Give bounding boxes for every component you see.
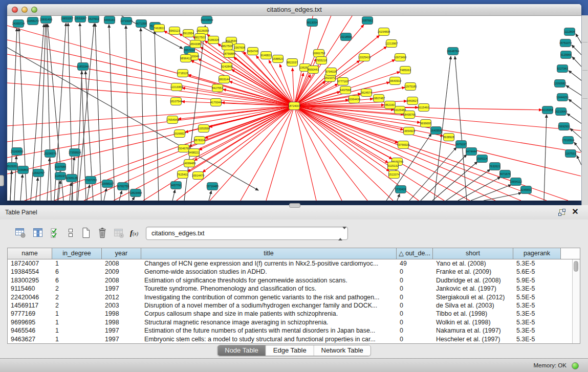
graph-node[interactable]: 24355724: [12, 20, 25, 28]
graph-node[interactable]: 12975185: [404, 83, 417, 91]
graph-edge[interactable]: [68, 23, 73, 201]
graph-node[interactable]: 2522074: [388, 171, 399, 179]
tab-network-table[interactable]: Network Table: [314, 345, 371, 356]
graph-node[interactable]: 18724007: [288, 102, 300, 110]
graph-edge[interactable]: [566, 85, 581, 96]
graph-edge[interactable]: [172, 190, 175, 201]
graph-node[interactable]: 862160: [385, 101, 396, 109]
graph-node[interactable]: 17654943: [166, 116, 179, 124]
graph-node[interactable]: 12942757: [32, 169, 45, 177]
graph-node[interactable]: 9827508: [222, 42, 232, 50]
graph-node[interactable]: 9699695: [420, 120, 431, 127]
graph-node[interactable]: 9115460: [418, 104, 429, 112]
graph-node[interactable]: 16648784: [447, 48, 459, 55]
graph-node[interactable]: 1527602: [88, 15, 99, 23]
graph-node[interactable]: 9197588: [55, 163, 66, 171]
graph-node[interactable]: 14099489: [183, 160, 195, 167]
graph-node[interactable]: 16782759: [117, 183, 129, 190]
graph-node[interactable]: 16640910: [389, 77, 401, 85]
graph-node[interactable]: 16033809: [201, 16, 213, 24]
graph-edge[interactable]: [576, 34, 581, 44]
graph-node[interactable]: 15716485: [206, 183, 219, 190]
graph-edge[interactable]: [455, 56, 467, 201]
graph-node[interactable]: 17016504: [562, 137, 574, 144]
graph-edge[interactable]: [10, 28, 17, 201]
graph-edge[interactable]: [577, 156, 581, 166]
graph-node[interactable]: 10973493: [394, 54, 406, 61]
graph-edge[interactable]: [7, 83, 294, 106]
graph-node[interactable]: 20206576: [44, 150, 56, 158]
graph-node[interactable]: 12444151: [556, 94, 569, 101]
graph-edge[interactable]: [569, 99, 581, 110]
graph-node[interactable]: 9463627: [407, 97, 418, 105]
graph-node[interactable]: 10958107: [101, 180, 114, 188]
graph-edge[interactable]: [7, 26, 294, 106]
float-window-icon[interactable]: [558, 209, 565, 216]
graph-node[interactable]: 2803144: [219, 76, 229, 83]
new-table-icon[interactable]: [80, 227, 92, 239]
graph-node[interactable]: 6497568: [340, 86, 351, 94]
graph-node[interactable]: 15692931: [558, 123, 570, 130]
graph-node[interactable]: 10807487: [373, 95, 385, 102]
graph-node[interactable]: 9227343: [557, 65, 568, 73]
graph-node[interactable]: 9146821: [260, 52, 271, 59]
graph-node[interactable]: 4671358: [136, 20, 146, 28]
graph-node[interactable]: 6794028: [325, 68, 336, 76]
graph-node[interactable]: 6979197: [455, 141, 466, 148]
graph-edge[interactable]: [572, 45, 581, 55]
graph-node[interactable]: 7632621: [489, 163, 500, 170]
graph-edge[interactable]: [104, 188, 106, 201]
graph-edge[interactable]: [293, 68, 294, 106]
graph-edge[interactable]: [572, 57, 581, 67]
graph-node[interactable]: 20364436: [348, 96, 360, 103]
graph-edge[interactable]: [36, 178, 38, 201]
graph-node[interactable]: 18107544: [170, 98, 182, 105]
graph-edge[interactable]: [126, 26, 129, 201]
graph-node[interactable]: 17957253: [84, 177, 97, 184]
graph-node[interactable]: 8990443: [308, 66, 318, 74]
table-row[interactable]: 1456911722003Disruption of a novel membe…: [8, 301, 573, 310]
column-header-pagerank[interactable]: pagerank: [513, 248, 561, 259]
graph-edge[interactable]: [294, 106, 495, 201]
graph-node[interactable]: 16961758: [313, 50, 325, 57]
window-titlebar[interactable]: citations_edges.txt: [7, 4, 581, 16]
graph-node[interactable]: 5960123: [169, 27, 180, 35]
network-canvas[interactable]: 2435572419355172206914061065326710553267…: [7, 15, 581, 201]
graph-node[interactable]: 7463822: [154, 25, 164, 32]
table-row[interactable]: 911546021997Tourette syndrome. Phenomeno…: [8, 285, 573, 293]
graph-node[interactable]: 8505051: [7, 163, 18, 170]
tab-edge-table[interactable]: Edge Table: [266, 345, 314, 356]
graph-node[interactable]: 9498222: [188, 149, 199, 157]
graph-node[interactable]: 16210643: [555, 108, 567, 116]
graph-node[interactable]: 12823468: [129, 189, 142, 197]
column-header-title[interactable]: title: [141, 248, 397, 259]
graph-node[interactable]: 7625402: [177, 171, 188, 179]
column-header-out_de[interactable]: △ out_de...: [397, 248, 433, 259]
graph-node[interactable]: 19355172: [27, 17, 39, 25]
graph-node[interactable]: 1733426: [395, 186, 406, 193]
graph-node[interactable]: 9457791: [170, 182, 181, 189]
graph-edge[interactable]: [567, 114, 581, 124]
graph-edge[interactable]: [188, 75, 294, 106]
graph-edge[interactable]: [25, 106, 294, 201]
graph-node[interactable]: 12213363: [170, 83, 183, 91]
function-builder-icon[interactable]: f(x): [128, 227, 140, 239]
table-row[interactable]: 2242004622012Investigating the contribut…: [8, 293, 573, 301]
graph-node[interactable]: 7955218: [316, 57, 326, 64]
graph-node[interactable]: 8215958: [542, 106, 553, 114]
column-header-in_degree[interactable]: in_degree: [52, 248, 102, 259]
table-row[interactable]: 1938455462009Genome-wide association stu…: [8, 268, 573, 276]
graph-edge[interactable]: [484, 193, 521, 201]
graph-node[interactable]: 9777169: [337, 78, 348, 85]
graph-node[interactable]: 9896412: [180, 55, 191, 62]
graph-node[interactable]: 8813054: [307, 19, 317, 27]
graph-node[interactable]: 13325419: [358, 54, 371, 61]
table-row[interactable]: 1872400712008Changes of HCN gene express…: [8, 259, 573, 268]
graph-node[interactable]: 13353594: [198, 125, 210, 133]
graph-node[interactable]: 10719185: [120, 17, 133, 25]
column-visibility-icon[interactable]: [32, 227, 44, 239]
graph-edge[interactable]: [132, 197, 135, 201]
splitter-handle[interactable]: [289, 203, 300, 208]
graph-edge[interactable]: [199, 106, 294, 150]
table-row[interactable]: 1830029562008Estimation of significance …: [8, 276, 573, 285]
